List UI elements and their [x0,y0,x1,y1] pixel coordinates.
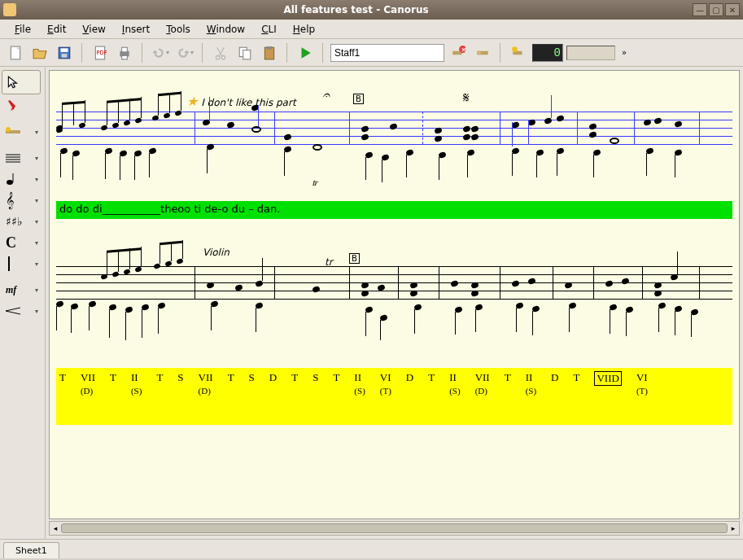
titlebar: All features test - Canorus — ▢ ✕ [0,0,743,20]
close-button[interactable]: ✕ [725,3,740,16]
main-area: ▾ ▾ ▾ 𝄞▾ ♯♯♭▾ C▾ ▾ mf▾ ▾ ★ I don't like … [0,67,743,539]
note-tool[interactable]: ▾ [2,169,41,189]
zoom-slider[interactable] [566,46,615,60]
scroll-left[interactable]: ◂ [50,522,61,535]
context-tool[interactable]: ▾ [2,122,41,142]
paste-button[interactable] [259,42,280,63]
canvas-wrap: ★ I don't like this part 𝄐 B 𝄋 [46,67,743,539]
svg-rect-12 [243,50,251,59]
menu-cli[interactable]: CLI [253,22,285,37]
harmony-symbol: II(S) [354,371,365,397]
clef-tool[interactable]: 𝄞▾ [2,190,41,210]
harmony-symbol: II(S) [449,371,460,397]
separator [286,43,288,63]
maximize-button[interactable]: ▢ [709,3,723,16]
harmony-symbol: VI(T) [636,371,648,397]
scroll-thumb[interactable] [61,523,728,533]
svg-rect-14 [267,46,273,49]
svg-point-23 [6,127,11,132]
menu-window[interactable]: Window [199,22,253,37]
menu-tools[interactable]: Tools [158,22,199,37]
add-voice-button[interactable] [508,42,529,63]
svg-point-28 [7,180,13,185]
play-button[interactable] [295,42,316,63]
harmony-symbol: II(S) [131,371,142,397]
voice-number-spinner[interactable]: 0 [532,44,563,62]
menu-help[interactable]: Help [285,22,323,37]
separator [142,43,143,63]
staff-1[interactable]: ★ I don't like this part 𝄐 B 𝄋 [56,112,732,144]
fermata-icon: 𝄐 [322,87,330,103]
scroll-right[interactable]: ▸ [728,522,739,535]
harmony-symbol: T [428,371,435,397]
menu-file[interactable]: File [7,22,39,37]
harmony-symbol: T [574,371,580,397]
harmony-symbol: T [333,371,339,397]
harmony-symbol: T [110,371,116,397]
lyrics-track[interactable]: do do di___________theoo ti de-o du – da… [56,201,732,219]
hairpin-tool[interactable]: ▾ [2,301,41,321]
cut-button[interactable] [210,42,231,63]
save-button[interactable] [54,42,75,63]
separator [500,43,501,63]
copy-button[interactable] [234,42,256,63]
svg-point-21 [512,46,518,52]
svg-point-10 [221,55,225,59]
svg-point-9 [216,55,220,59]
menu-insert[interactable]: Insert [114,22,158,37]
svg-rect-2 [61,48,68,52]
minimize-button[interactable]: — [693,3,707,16]
harmony-symbol: VIID [594,371,621,397]
menu-view[interactable]: View [74,22,113,37]
harmony-symbol: T [505,371,511,397]
side-toolbar: ▾ ▾ ▾ 𝄞▾ ♯♯♭▾ C▾ ▾ mf▾ ▾ [0,67,46,539]
accidental-tool[interactable]: ♯♯♭▾ [2,212,41,231]
harmony-track[interactable]: TVII(D)TII(S)TSVII(D)TSDTSTII(S)VI(T)DTI… [56,368,732,425]
svg-rect-19 [478,51,480,53]
svg-rect-3 [62,54,68,58]
horizontal-scrollbar[interactable]: ◂ ▸ [49,521,740,536]
harmony-symbol: II(S) [526,371,536,397]
svg-text:PDF: PDF [97,50,107,56]
star-icon: ★ [186,94,198,109]
select-tool[interactable] [2,70,41,94]
voice-props-button[interactable] [472,42,493,63]
harmony-symbol: T [228,371,234,397]
window-title: All features test - Canorus [21,4,691,15]
open-button[interactable] [29,42,50,63]
delete-voice-button[interactable]: ✕ [448,42,469,63]
toolbar-expand[interactable]: » [618,44,630,62]
harmony-symbol: T [59,371,66,397]
harmony-symbol: D [269,371,277,397]
timesig-tool[interactable]: C▾ [2,233,41,252]
breath-mark-1: B [353,94,364,104]
harmony-symbol: D [551,371,558,397]
pdf-button[interactable]: PDF [90,42,111,63]
tab-sheet1[interactable]: Sheet1 [3,542,59,558]
print-button[interactable] [114,42,135,63]
score-canvas[interactable]: ★ I don't like this part 𝄐 B 𝄋 [49,70,740,519]
barline-tool[interactable]: ▾ [2,254,41,273]
sheet-tab-bar: Sheet1 [0,539,743,558]
staff-lines-tool[interactable]: ▾ [2,148,41,168]
staff-2[interactable]: Violin tr B [56,266,732,299]
menu-edit[interactable]: Edit [39,22,74,37]
segno-mark: 𝄋 [463,89,470,107]
insert-tool[interactable] [2,96,41,116]
harmony-symbol: S [249,371,255,397]
staff-name-input[interactable] [330,44,444,62]
svg-rect-7 [122,47,128,52]
harmony-symbol: T [156,371,163,397]
harmony-symbol: D [406,371,413,397]
separator [81,43,83,63]
new-button[interactable] [5,42,26,63]
undo-button[interactable]: ▾ [150,42,171,63]
app-icon [3,3,16,16]
redo-button[interactable]: ▾ [174,42,195,63]
harmony-symbol: S [177,371,183,397]
separator [322,43,324,63]
staff-lines [56,112,732,144]
harmony-symbol: VII(D) [475,371,490,397]
dynamics-tool[interactable]: mf▾ [2,280,41,300]
instrument-label: Violin [203,247,229,258]
